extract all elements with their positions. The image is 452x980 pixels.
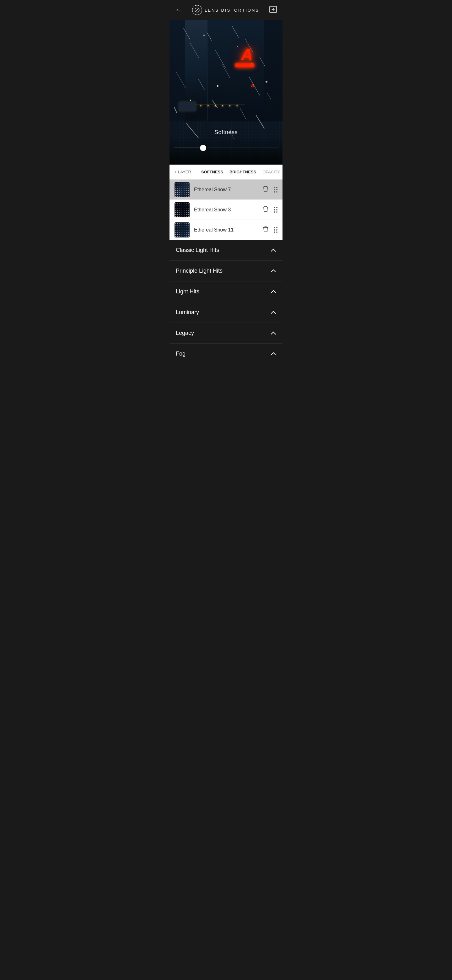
chevron-up-icon [271,310,276,315]
chevron-up-icon [271,331,276,336]
layer-thumbnail [174,223,190,237]
category-item-luminary[interactable]: Luminary [170,302,282,323]
category-item-classic-light-hits[interactable]: Classic Light Hits [170,240,282,261]
layer-drag-handle[interactable] [274,187,278,192]
layer-actions [263,206,278,213]
chevron-up-icon [271,268,276,274]
layers-list: Ethereal Snow 7 Ethereal Snow 3 [170,180,282,240]
export-button[interactable] [269,6,277,14]
layer-actions [263,226,278,234]
layer-item[interactable]: Ethereal Snow 3 [170,200,282,220]
thumbnail-overlay [174,182,190,197]
scene-background: A A [170,20,282,165]
add-layer-button[interactable]: + LAYER [171,170,194,174]
svg-line-1 [196,9,198,11]
slider-track[interactable] [174,148,278,148]
app-header: ← LENS DISTORTIONS [170,0,282,20]
tab-softness[interactable]: SOFTNESS [198,170,226,174]
layer-delete-button[interactable] [263,226,268,234]
layer-drag-handle[interactable] [274,227,278,233]
softness-label: Softness [170,129,282,136]
layer-name: Ethereal Snow 3 [194,207,263,213]
layer-drag-handle[interactable] [274,207,278,213]
layer-name: Ethereal Snow 7 [194,187,263,192]
category-item-principle-light-hits[interactable]: Principle Light Hits [170,261,282,282]
tab-bar: + LAYER SOFTNESS BRIGHTNESS OPACITY CON.… [170,165,282,180]
category-name: Principle Light Hits [176,267,222,274]
category-name: Light Hits [176,288,199,295]
layer-name: Ethereal Snow 11 [194,227,263,233]
slider-thumb[interactable] [200,145,206,151]
back-button[interactable]: ← [175,6,182,14]
category-name: Luminary [176,309,199,316]
layer-delete-button[interactable] [263,206,268,213]
layer-delete-button[interactable] [263,186,268,194]
layer-item[interactable]: Ethereal Snow 7 [170,180,282,200]
category-name: Classic Light Hits [176,247,219,253]
softness-slider[interactable] [174,148,278,148]
slider-fill [174,148,203,148]
category-name: Legacy [176,330,194,336]
layer-thumbnail [174,182,190,197]
layer-actions [263,186,278,194]
layer-item[interactable]: Ethereal Snow 11 [170,220,282,240]
category-item-light-hits[interactable]: Light Hits [170,282,282,302]
app-logo: LENS DISTORTIONS [192,5,259,15]
logo-icon [192,5,202,15]
category-item-legacy[interactable]: Legacy [170,323,282,344]
tab-opacity[interactable]: OPACITY [259,170,282,174]
logo-text: LENS DISTORTIONS [205,8,259,13]
chevron-up-icon [271,289,276,294]
tab-brightness[interactable]: BRIGHTNESS [226,170,259,174]
category-list: Classic Light Hits Principle Light Hits … [170,240,282,364]
chevron-up-icon [271,351,276,357]
chevron-up-icon [271,248,276,253]
image-preview: A A [170,20,282,165]
category-name: Fog [176,350,186,357]
category-item-fog[interactable]: Fog [170,344,282,364]
thumbnail-overlay [174,202,190,217]
layer-thumbnail [174,202,190,217]
thumbnail-overlay [174,223,190,237]
